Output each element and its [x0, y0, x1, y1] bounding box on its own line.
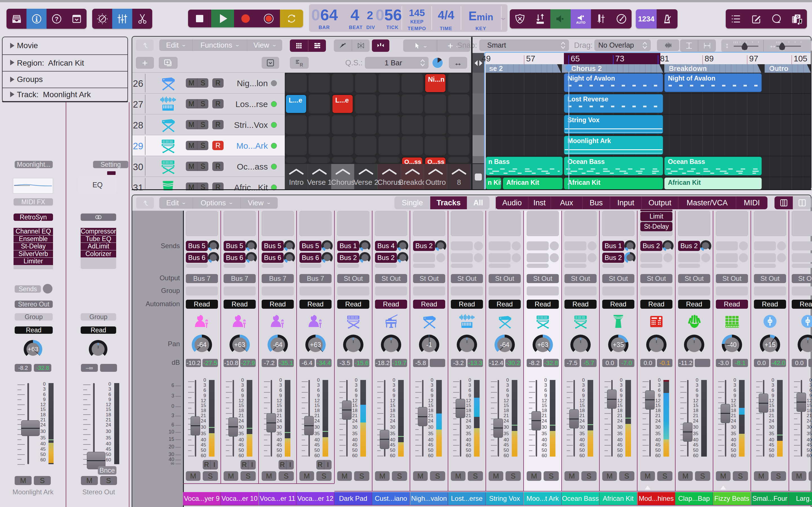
svg-text:R: R	[300, 62, 303, 67]
svg-text:?: ?	[55, 15, 58, 22]
svg-text:AUTO: AUTO	[576, 20, 586, 24]
